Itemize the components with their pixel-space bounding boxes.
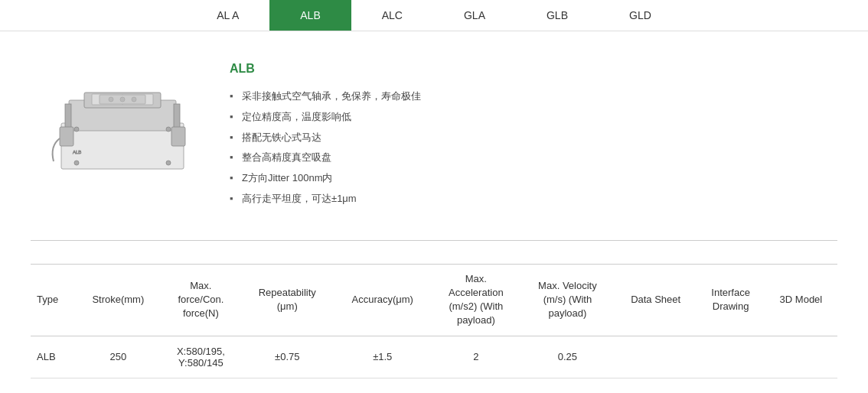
- product-image: ALB: [46, 62, 199, 187]
- th-stroke: Stroke(mm): [76, 264, 161, 336]
- specs-table: Type Stroke(mm) Max. force/Con. force(N)…: [31, 264, 837, 378]
- feature-6: 高行走平坦度，可达±1μm: [230, 189, 822, 209]
- cell-drawing: [697, 336, 764, 378]
- feature-3: 搭配无铁心式马达: [230, 128, 822, 148]
- svg-point-10: [166, 127, 171, 132]
- th-type: Type: [31, 264, 76, 336]
- svg-rect-6: [171, 127, 185, 146]
- cell-force: X:580/195, Y:580/145: [161, 336, 241, 378]
- th-repeatability: Repeatability (μm): [241, 264, 334, 336]
- product-title: ALB: [230, 62, 822, 76]
- cell-type: ALB: [31, 336, 76, 378]
- feature-5: Z方向Jitter 100nm内: [230, 168, 822, 189]
- svg-point-14: [109, 97, 113, 102]
- cell-accuracy: ±1.5: [334, 336, 432, 378]
- th-force: Max. force/Con. force(N): [161, 264, 241, 336]
- tab-glb[interactable]: GLB: [516, 0, 599, 31]
- svg-rect-5: [60, 127, 73, 146]
- cell-velocity: 0.25: [520, 336, 615, 378]
- tab-bar: AL A ALB ALC GLA GLB GLD: [0, 0, 868, 31]
- svg-point-11: [74, 161, 79, 165]
- cell-3dmodel: [765, 336, 837, 378]
- th-drawing: Interface Drawing: [697, 264, 764, 336]
- tab-gld[interactable]: GLD: [599, 0, 682, 31]
- tab-alb[interactable]: ALB: [269, 0, 351, 31]
- feature-1: 采非接触式空气轴承，免保养，寿命极佳: [230, 86, 822, 107]
- th-datasheet: Data Sheet: [615, 264, 697, 336]
- cell-datasheet: [615, 336, 697, 378]
- cell-repeatability: ±0.75: [241, 336, 334, 378]
- cell-acceleration: 2: [432, 336, 520, 378]
- product-info: ALB 采非接触式空气轴承，免保养，寿命极佳 定位精度高，温度影响低 搭配无铁心…: [230, 62, 822, 209]
- product-svg: ALB: [46, 62, 199, 184]
- tab-gla[interactable]: GLA: [433, 0, 516, 31]
- th-velocity: Max. Velocity (m/s) (With payload): [520, 264, 615, 336]
- tab-ala[interactable]: AL A: [186, 0, 269, 31]
- tab-alc[interactable]: ALC: [351, 0, 433, 31]
- section-divider: [31, 240, 837, 241]
- table-row: ALB 250 X:580/195, Y:580/145 ±0.75 ±1.5 …: [31, 336, 837, 378]
- svg-point-9: [74, 127, 79, 132]
- svg-text:ALB: ALB: [73, 150, 81, 154]
- th-accuracy: Accuracy(μm): [334, 264, 432, 336]
- th-acceleration: Max. Acceleration (m/s2) (With payload): [432, 264, 520, 336]
- svg-point-16: [132, 97, 136, 102]
- th-3dmodel: 3D Model: [765, 264, 837, 336]
- cell-stroke: 250: [76, 336, 161, 378]
- table-header-row: Type Stroke(mm) Max. force/Con. force(N)…: [31, 264, 837, 336]
- table-section: Type Stroke(mm) Max. force/Con. force(N)…: [0, 248, 868, 393]
- product-section: ALB ALB 采非接触式空气轴承，免保养，寿命极佳 定位精度高，温度影响低 搭…: [0, 31, 868, 232]
- svg-point-15: [120, 97, 125, 102]
- product-features: 采非接触式空气轴承，免保养，寿命极佳 定位精度高，温度影响低 搭配无铁心式马达 …: [230, 86, 822, 209]
- feature-4: 整合高精度真空吸盘: [230, 148, 822, 168]
- svg-point-12: [166, 161, 171, 165]
- feature-2: 定位精度高，温度影响低: [230, 107, 822, 128]
